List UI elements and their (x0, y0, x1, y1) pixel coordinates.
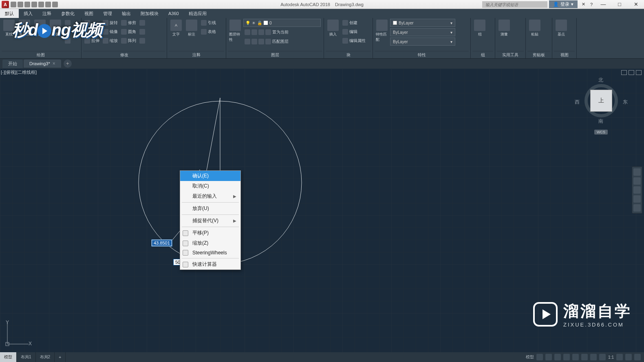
nav-showmotion-icon[interactable] (633, 204, 641, 212)
copy-button[interactable] (83, 28, 101, 36)
mirror-button[interactable]: 镜像 (101, 28, 119, 36)
viewcube-north[interactable]: 北 (598, 77, 603, 84)
tab-a360[interactable]: A360 (163, 9, 184, 18)
context-item[interactable]: 放弃(U) (180, 203, 240, 214)
file-tab-start[interactable]: 开始 (2, 60, 23, 68)
context-item[interactable]: 缩放(Z) (180, 238, 240, 248)
wcs-label[interactable]: WCS (594, 130, 608, 135)
paste-button[interactable]: 粘贴 (527, 19, 542, 38)
tab-featured[interactable]: 精选应用 (184, 9, 212, 18)
minimize-button[interactable]: — (595, 0, 611, 9)
drawing-viewport[interactable]: [-][俯视][二维线框] 43.8501 50° 指定下一点或 确认(E)取消… (0, 68, 644, 352)
exchange-icon[interactable]: ✕ (579, 2, 588, 7)
draw-misc-3[interactable] (64, 37, 72, 45)
stretch-button[interactable]: 拉伸 (83, 37, 101, 45)
context-item[interactable]: 快速计算器 (180, 259, 240, 269)
otrack-toggle-icon[interactable] (581, 354, 588, 360)
line-button[interactable]: 直线 (2, 19, 16, 38)
lineweight-bylayer-dropdown[interactable]: ByLayer▾ (390, 28, 455, 36)
text-button[interactable]: A文字 (169, 19, 183, 38)
tab-view[interactable]: 视图 (79, 9, 98, 18)
tab-default[interactable]: 默认 (0, 9, 19, 18)
trim-button[interactable]: 修剪 (120, 19, 137, 27)
modify-misc1[interactable] (138, 19, 146, 27)
linetype-bylayer-dropdown[interactable]: ByLayer▾ (390, 38, 455, 46)
snap-toggle-icon[interactable] (545, 354, 552, 360)
matchprop-button[interactable]: 特性匹配 (375, 19, 389, 43)
context-item[interactable]: SteeringWheels (180, 248, 240, 257)
circle-button[interactable]: 圆 (33, 19, 47, 38)
draw-misc-1[interactable] (64, 19, 72, 27)
qat-saveas-icon[interactable] (31, 2, 37, 7)
scale-label[interactable]: 1:1 (608, 355, 614, 360)
qat-new-icon[interactable] (11, 2, 16, 7)
dim-button[interactable]: 标注 (184, 19, 199, 38)
model-tab[interactable]: 模型 (0, 352, 17, 362)
close-tab-icon[interactable]: × (53, 61, 55, 66)
layout2-tab[interactable]: 布局2 (36, 352, 55, 362)
customize-icon[interactable] (634, 354, 641, 360)
close-button[interactable]: ✕ (628, 0, 644, 9)
viewcube-top-face[interactable]: 上 (590, 90, 612, 112)
group-button[interactable]: 组 (472, 19, 487, 38)
viewcube-east[interactable]: 东 (623, 99, 628, 106)
modify-misc2[interactable] (138, 28, 146, 36)
array-button[interactable]: 阵列 (120, 37, 137, 45)
qat-undo-icon[interactable] (45, 2, 51, 7)
table-button[interactable]: 表格 (200, 28, 217, 36)
fillet-button[interactable]: 圆角 (120, 28, 137, 36)
context-item[interactable]: 平移(P) (180, 228, 240, 238)
rotate-button[interactable]: 旋转 (101, 19, 119, 27)
ortho-toggle-icon[interactable] (554, 354, 561, 360)
qat-redo-icon[interactable] (52, 2, 58, 7)
viewcube[interactable]: 北 南 西 东 上 WCS (575, 77, 628, 136)
login-button[interactable]: 👤 登录 ▾ (549, 0, 578, 8)
add-tab-button[interactable]: + (64, 60, 72, 68)
block-create-button[interactable]: 创建 (341, 19, 367, 27)
layer-dropdown[interactable]: 💡 ☀ 🔓 0 (243, 19, 321, 27)
tab-addins[interactable]: 附加模块 (136, 9, 163, 18)
nav-orbit-icon[interactable] (633, 195, 641, 203)
measure-button[interactable]: 测量 (497, 19, 512, 38)
polyline-button[interactable]: 多段线 (17, 19, 32, 38)
layerprops-button[interactable]: 图层特性 (228, 19, 243, 43)
dynamic-length-input[interactable]: 43.8501 (152, 240, 172, 246)
transparency-toggle-icon[interactable] (599, 354, 606, 360)
tab-insert[interactable]: 插入 (19, 9, 37, 18)
layout1-tab[interactable]: 布局1 (17, 352, 36, 362)
file-tab-current[interactable]: Drawing3*× (24, 60, 61, 68)
modify-misc3[interactable] (138, 37, 146, 45)
block-edit-button[interactable]: 编辑 (341, 28, 367, 36)
help-icon[interactable]: ? (588, 2, 595, 7)
qat-open-icon[interactable] (18, 2, 23, 7)
workspace-icon[interactable] (625, 354, 632, 360)
qat-plot-icon[interactable] (38, 2, 44, 7)
grid-toggle-icon[interactable] (536, 354, 543, 360)
nav-zoom-icon[interactable] (633, 186, 641, 194)
basepoint-button[interactable]: 基点 (554, 19, 569, 38)
context-item[interactable]: 取消(C) (180, 181, 240, 191)
layer-tools-row2[interactable]: 匹配图层 (243, 38, 321, 46)
nav-wheel-icon[interactable] (633, 168, 641, 176)
arc-button[interactable]: 圆弧 (48, 19, 63, 38)
color-bylayer-dropdown[interactable]: ByLayer▾ (390, 19, 455, 27)
tab-manage[interactable]: 管理 (98, 9, 117, 18)
leader-button[interactable]: 引线 (200, 19, 217, 27)
move-button[interactable] (83, 19, 101, 27)
draw-misc-2[interactable] (64, 28, 72, 36)
block-editattr-button[interactable]: 编辑属性 (341, 37, 367, 45)
viewcube-south[interactable]: 南 (598, 118, 603, 125)
ucs-icon[interactable]: Y X (3, 320, 32, 348)
context-item[interactable]: 捕捉替代(V)▶ (180, 216, 240, 226)
maximize-button[interactable]: □ (611, 0, 628, 9)
status-model-label[interactable]: 模型 (526, 354, 534, 360)
layer-tools-row1[interactable]: 置为当前 (243, 28, 321, 36)
tab-annotate[interactable]: 注释 (37, 9, 56, 18)
app-logo[interactable]: A (2, 1, 9, 8)
tab-parametric[interactable]: 参数化 (56, 9, 79, 18)
nav-pan-icon[interactable] (633, 177, 641, 185)
context-item[interactable]: 确认(E) (180, 171, 240, 181)
osnap-toggle-icon[interactable] (572, 354, 579, 360)
lineweight-toggle-icon[interactable] (590, 354, 597, 360)
scale-button[interactable]: 缩放 (101, 37, 119, 45)
